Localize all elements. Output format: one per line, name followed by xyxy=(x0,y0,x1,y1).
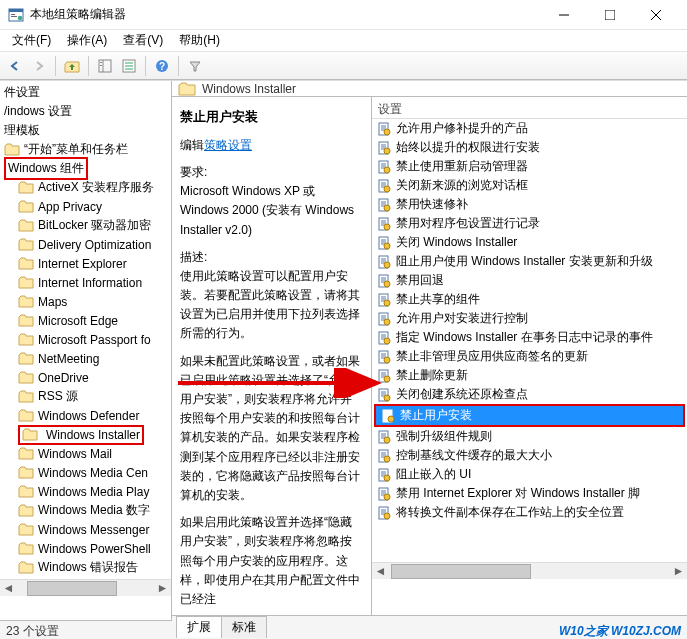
scroll-left-arrow[interactable]: ◄ xyxy=(372,564,389,579)
folder-icon xyxy=(18,352,34,365)
tree-item[interactable]: Internet Explorer xyxy=(0,254,171,273)
folder-icon xyxy=(18,447,34,460)
tree-item[interactable]: Microsoft Passport fo xyxy=(0,330,171,349)
tree-item[interactable]: Windows Media Cen xyxy=(0,463,171,482)
edit-line: 编辑策略设置 xyxy=(180,136,363,155)
forward-button[interactable] xyxy=(28,55,50,77)
show-hide-tree-button[interactable] xyxy=(94,55,116,77)
maximize-button[interactable] xyxy=(587,1,633,29)
tree-item[interactable]: Windows 组件 xyxy=(0,159,171,178)
setting-item[interactable]: 允许用户对安装进行控制 xyxy=(372,309,687,328)
menu-view[interactable]: 查看(V) xyxy=(115,30,171,51)
svg-point-114 xyxy=(384,475,390,481)
scroll-right-arrow[interactable]: ► xyxy=(670,564,687,579)
setting-item[interactable]: 允许用户修补提升的产品 xyxy=(372,119,687,138)
menubar: 文件(F) 操作(A) 查看(V) 帮助(H) xyxy=(0,30,687,52)
tree-item[interactable]: Windows Media Play xyxy=(0,482,171,501)
scroll-right-arrow[interactable]: ► xyxy=(154,581,171,596)
up-button[interactable] xyxy=(61,55,83,77)
setting-item[interactable]: 关闭新来源的浏览对话框 xyxy=(372,176,687,195)
highlight-box: Windows Installer xyxy=(18,425,144,445)
tree-item-label: 理模板 xyxy=(4,122,40,139)
tree-item[interactable]: Windows Mail xyxy=(0,444,171,463)
policy-icon xyxy=(376,292,392,308)
filter-button[interactable] xyxy=(184,55,206,77)
tree-item[interactable]: NetMeeting xyxy=(0,349,171,368)
tree-item[interactable]: Windows 错误报告 xyxy=(0,558,171,577)
tree-item[interactable]: Windows Installer xyxy=(0,425,171,444)
menu-help[interactable]: 帮助(H) xyxy=(171,30,228,51)
setting-item[interactable]: 禁止删除更新 xyxy=(372,366,687,385)
svg-point-109 xyxy=(384,456,390,462)
setting-item[interactable]: 禁用对程序包设置进行记录 xyxy=(372,214,687,233)
setting-item[interactable]: 控制基线文件缓存的最大大小 xyxy=(372,446,687,465)
folder-icon xyxy=(18,523,34,536)
setting-item[interactable]: 禁止非管理员应用供应商签名的更新 xyxy=(372,347,687,366)
scroll-thumb[interactable] xyxy=(27,581,117,596)
help-button[interactable]: ? xyxy=(151,55,173,77)
setting-item[interactable]: 始终以提升的权限进行安装 xyxy=(372,138,687,157)
tree-item[interactable]: Internet Information xyxy=(0,273,171,292)
minimize-button[interactable] xyxy=(541,1,587,29)
tree-item[interactable]: Windows Defender xyxy=(0,406,171,425)
setting-label: 关闭 Windows Installer xyxy=(396,234,517,251)
scroll-left-arrow[interactable]: ◄ xyxy=(0,581,17,596)
setting-item[interactable]: 禁止用户安装 xyxy=(376,406,683,425)
menu-action[interactable]: 操作(A) xyxy=(59,30,115,51)
tree-item[interactable]: Microsoft Edge xyxy=(0,311,171,330)
tree-item-label: Windows Mail xyxy=(38,447,112,461)
tree-scrollbar[interactable]: ◄ ► xyxy=(0,579,171,596)
desc-title: 禁止用户安装 xyxy=(180,107,363,128)
setting-item[interactable]: 强制升级组件规则 xyxy=(372,427,687,446)
tree-item[interactable]: ActiveX 安装程序服务 xyxy=(0,178,171,197)
setting-item[interactable]: 阻止嵌入的 UI xyxy=(372,465,687,484)
policy-setting-link[interactable]: 策略设置 xyxy=(204,138,252,152)
settings-scrollbar[interactable]: ◄ ► xyxy=(372,562,687,579)
settings-header[interactable]: 设置 xyxy=(372,97,687,119)
setting-item[interactable]: 禁用快速修补 xyxy=(372,195,687,214)
right-panel: Windows Installer 禁止用户安装 编辑策略设置 要求: Micr… xyxy=(172,81,687,620)
setting-item[interactable]: 禁止共享的组件 xyxy=(372,290,687,309)
tree-item[interactable]: OneDrive xyxy=(0,368,171,387)
tree-item[interactable]: Maps xyxy=(0,292,171,311)
folder-icon xyxy=(18,542,34,555)
main-pane: 件设置/indows 设置理模板“开始”菜单和任务栏Windows 组件Acti… xyxy=(0,80,687,620)
setting-item[interactable]: 禁用回退 xyxy=(372,271,687,290)
setting-item[interactable]: 禁用 Internet Explorer 对 Windows Installer… xyxy=(372,484,687,503)
tree-panel: 件设置/indows 设置理模板“开始”菜单和任务栏Windows 组件Acti… xyxy=(0,81,172,620)
setting-item[interactable]: 关闭创建系统还原检查点 xyxy=(372,385,687,404)
titlebar: 本地组策略编辑器 xyxy=(0,0,687,30)
tree-item[interactable]: Delivery Optimization xyxy=(0,235,171,254)
menu-file[interactable]: 文件(F) xyxy=(4,30,59,51)
desc-label: 描述: xyxy=(180,248,363,267)
setting-item[interactable]: 关闭 Windows Installer xyxy=(372,233,687,252)
tree-item[interactable]: Windows Messenger xyxy=(0,520,171,539)
svg-rect-1 xyxy=(9,9,23,12)
tree-item[interactable]: 理模板 xyxy=(0,121,171,140)
policy-icon xyxy=(376,273,392,289)
description-panel: 禁止用户安装 编辑策略设置 要求: Microsoft Windows XP 或… xyxy=(172,97,372,615)
tree-item-label: BitLocker 驱动器加密 xyxy=(38,217,151,234)
tree-item[interactable]: /indows 设置 xyxy=(0,102,171,121)
setting-item[interactable]: 禁止使用重新启动管理器 xyxy=(372,157,687,176)
tree-item-label: Windows 组件 xyxy=(8,160,84,177)
setting-item[interactable]: 将转换文件副本保存在工作站上的安全位置 xyxy=(372,503,687,522)
scroll-thumb[interactable] xyxy=(391,564,531,579)
tree-item[interactable]: RSS 源 xyxy=(0,387,171,406)
policy-icon xyxy=(376,159,392,175)
setting-item[interactable]: 指定 Windows Installer 在事务日志中记录的事件 xyxy=(372,328,687,347)
setting-item[interactable]: 阻止用户使用 Windows Installer 安装更新和升级 xyxy=(372,252,687,271)
svg-rect-12 xyxy=(100,65,102,66)
close-button[interactable] xyxy=(633,1,679,29)
tree-item[interactable]: 件设置 xyxy=(0,83,171,102)
refresh-button[interactable] xyxy=(118,55,140,77)
back-button[interactable] xyxy=(4,55,26,77)
toolbar-separator xyxy=(88,56,89,76)
tree-item[interactable]: BitLocker 驱动器加密 xyxy=(0,216,171,235)
tree-item[interactable]: Windows Media 数字 xyxy=(0,501,171,520)
tree-item-label: RSS 源 xyxy=(38,388,78,405)
tree-item[interactable]: Windows PowerShell xyxy=(0,539,171,558)
svg-point-54 xyxy=(384,243,390,249)
tree-item[interactable]: App Privacy xyxy=(0,197,171,216)
setting-label: 禁止非管理员应用供应商签名的更新 xyxy=(396,348,588,365)
